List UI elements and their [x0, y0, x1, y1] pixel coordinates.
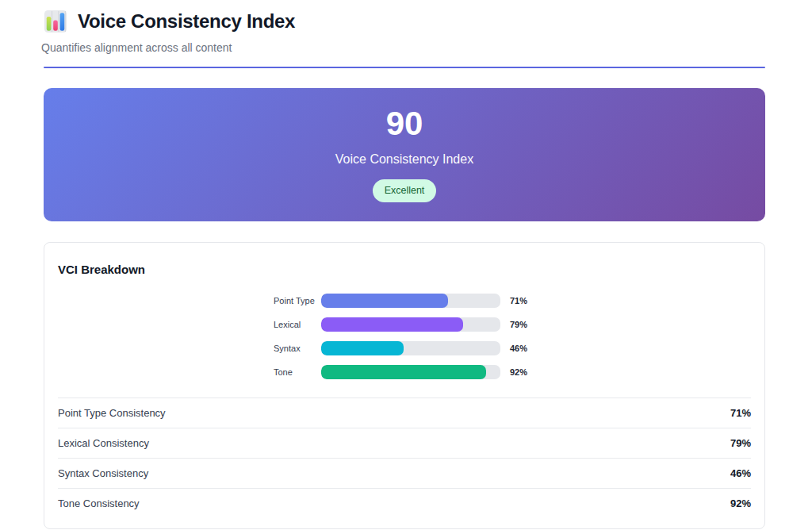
chart-bar-track: [321, 294, 500, 308]
chart-bar-track: [321, 365, 500, 379]
chart-bar-track: [321, 317, 500, 332]
chart-row: Tone 92%: [58, 360, 751, 384]
metric-row: Lexical Consistency 79%: [58, 428, 751, 458]
metric-value: 71%: [730, 407, 751, 419]
metric-row: Tone Consistency 92%: [58, 488, 751, 518]
vci-score-label: Voice Consistency Index: [335, 152, 473, 167]
chart-bar-fill: [321, 294, 448, 308]
vci-score: 90: [386, 107, 423, 140]
vci-bar-chart: Point Type 71% Lexical 79% Syntax 46% To…: [58, 289, 751, 384]
chart-bar-fill: [321, 341, 404, 355]
chart-value-label: 79%: [510, 320, 527, 329]
page-subtitle: Quantifies alignment across all content: [41, 41, 765, 54]
chart-category-label: Tone: [274, 367, 321, 377]
chart-category-label: Lexical: [274, 320, 321, 329]
chart-value-label: 46%: [510, 344, 527, 353]
header-divider: [44, 67, 765, 68]
breakdown-title: VCI Breakdown: [58, 263, 751, 276]
metric-label: Tone Consistency: [58, 497, 140, 509]
metric-label: Point Type Consistency: [58, 407, 166, 419]
page-title: Voice Consistency Index: [78, 10, 295, 33]
page: Voice Consistency Index Quantifies align…: [0, 0, 812, 529]
chart-row: Point Type 71%: [58, 289, 751, 313]
metric-value: 79%: [730, 437, 751, 449]
metric-row: Syntax Consistency 46%: [58, 458, 751, 488]
metric-label: Syntax Consistency: [58, 467, 148, 479]
metric-value: 92%: [730, 497, 751, 509]
chart-category-label: Syntax: [274, 344, 321, 353]
chart-bar-fill: [321, 317, 463, 332]
status-badge: Excellent: [373, 179, 437, 202]
chart-row: Lexical 79%: [58, 313, 751, 336]
bar-chart-icon: [44, 10, 67, 33]
metric-row: Point Type Consistency 71%: [58, 398, 751, 428]
chart-bar-track: [321, 341, 500, 355]
vci-breakdown-card: VCI Breakdown Point Type 71% Lexical 79%…: [44, 242, 765, 529]
metric-value: 46%: [730, 467, 751, 479]
metric-list: Point Type Consistency 71% Lexical Consi…: [58, 398, 751, 518]
chart-category-label: Point Type: [274, 296, 321, 305]
page-header: Voice Consistency Index: [44, 10, 765, 33]
chart-bar-fill: [321, 365, 486, 379]
hero-score-card: 90 Voice Consistency Index Excellent: [44, 88, 765, 221]
chart-row: Syntax 46%: [58, 336, 751, 360]
chart-value-label: 71%: [510, 296, 527, 305]
metric-label: Lexical Consistency: [58, 437, 149, 449]
chart-value-label: 92%: [510, 367, 527, 377]
